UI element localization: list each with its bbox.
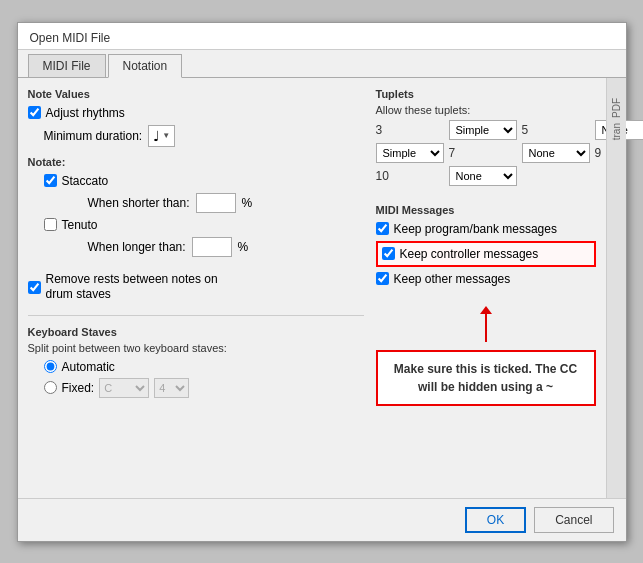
allow-tuplets-label: Allow these tuplets: [376, 104, 596, 116]
staccato-label: Staccato [62, 174, 109, 188]
min-duration-row: Minimum duration: ♩ ▼ [44, 122, 364, 150]
side-text-tran: tran [611, 123, 622, 140]
midi-messages-section: MIDI Messages Keep program/bank messages… [376, 204, 596, 288]
dialog-title: Open MIDI File [30, 31, 111, 45]
callout-box: Make sure this is ticked. The CC will be… [376, 350, 596, 406]
note-icon: ♩ [153, 128, 160, 144]
keep-program-row: Keep program/bank messages [376, 220, 596, 238]
tab-notation[interactable]: Notation [108, 54, 183, 78]
tuplets-title: Tuplets [376, 88, 596, 100]
remove-rests-label: Remove rests between notes on drum stave… [46, 272, 246, 303]
keep-other-label: Keep other messages [394, 272, 511, 286]
dropdown-arrow-icon: ▼ [162, 131, 170, 140]
when-shorter-row: When shorter than: 35 % [88, 190, 364, 216]
tabs-container: MIDI File Notation [18, 50, 626, 78]
tuplet-10-select[interactable]: NoneSimple [449, 166, 517, 186]
cancel-button[interactable]: Cancel [534, 507, 613, 533]
tuplet-10: 10 [376, 169, 444, 183]
keep-other-row: Keep other messages [376, 270, 596, 288]
keyboard-staves-title: Keyboard Staves [28, 326, 364, 338]
footer: OK Cancel [18, 498, 626, 541]
fixed-label: Fixed: [62, 381, 95, 395]
staccato-checkbox[interactable] [44, 174, 57, 187]
keep-controller-row: Keep controller messages [382, 245, 590, 263]
fixed-key-select[interactable]: C [99, 378, 149, 398]
tuplet-5: 5 [522, 123, 590, 137]
tuplet-3-select[interactable]: SimpleNone [449, 120, 517, 140]
automatic-row: Automatic [44, 358, 364, 376]
side-strip: PDF tran [606, 78, 626, 498]
fixed-num-select[interactable]: 4 [154, 378, 189, 398]
callout-arrow-line [485, 314, 487, 342]
dialog: Open MIDI File MIDI File Notation Note V… [17, 22, 627, 542]
note-values-title: Note Values [28, 88, 364, 100]
ok-button[interactable]: OK [465, 507, 526, 533]
fixed-row: Fixed: C 4 [44, 376, 364, 400]
keep-program-checkbox[interactable] [376, 222, 389, 235]
adjust-rhythms-row: Adjust rhythms [28, 104, 364, 122]
tab-midi-file[interactable]: MIDI File [28, 54, 106, 77]
tuplet-3: 3 [376, 123, 444, 137]
when-longer-label: When longer than: [88, 240, 186, 254]
tuplet-7: 7 [449, 146, 517, 160]
tenuto-checkbox[interactable] [44, 218, 57, 231]
when-longer-row: When longer than: 120 % [88, 234, 364, 260]
tuplet-6-select[interactable]: SimpleNone [376, 143, 444, 163]
callout-arrow-tip [480, 306, 492, 314]
staccato-row: Staccato [44, 172, 364, 190]
right-panel: Tuplets Allow these tuplets: 3 SimpleNon… [376, 88, 596, 488]
percent2: % [238, 240, 249, 254]
automatic-label: Automatic [62, 360, 115, 374]
midi-messages-title: MIDI Messages [376, 204, 596, 216]
duration-button[interactable]: ♩ ▼ [148, 125, 175, 147]
content-area: Note Values Adjust rhythms Minimum durat… [18, 78, 606, 498]
tuplets-section: Tuplets Allow these tuplets: 3 SimpleNon… [376, 88, 596, 186]
keep-controller-highlight: Keep controller messages [376, 241, 596, 267]
note-values-section: Note Values Adjust rhythms Minimum durat… [28, 88, 364, 150]
adjust-rhythms-checkbox[interactable] [28, 106, 41, 119]
split-label: Split point between two keyboard staves: [28, 342, 364, 354]
main-content: Note Values Adjust rhythms Minimum durat… [18, 78, 626, 498]
tenuto-label: Tenuto [62, 218, 98, 232]
side-text-pdf: PDF [611, 98, 622, 118]
callout-container: Make sure this is ticked. The CC will be… [376, 306, 596, 406]
title-bar: Open MIDI File [18, 23, 626, 50]
tenuto-row: Tenuto [44, 216, 364, 234]
remove-rests-row: Remove rests between notes on drum stave… [28, 270, 364, 305]
remove-rests-checkbox[interactable] [28, 281, 41, 294]
keep-other-checkbox[interactable] [376, 272, 389, 285]
when-shorter-input[interactable]: 35 [196, 193, 236, 213]
tuplet-7-select[interactable]: NoneSimple [522, 143, 590, 163]
percent1: % [242, 196, 253, 210]
callout-text: Make sure this is ticked. The CC will be… [394, 362, 577, 394]
adjust-rhythms-label: Adjust rhythms [46, 106, 125, 120]
keep-program-label: Keep program/bank messages [394, 222, 557, 236]
left-panel: Note Values Adjust rhythms Minimum durat… [28, 88, 364, 488]
tuplet-grid: 3 SimpleNone 5 NoneSimple 6 SimpleNone [376, 120, 596, 186]
when-longer-input[interactable]: 120 [192, 237, 232, 257]
keyboard-staves-section: Keyboard Staves Split point between two … [28, 326, 364, 400]
notate-title: Notate: [28, 156, 364, 168]
when-shorter-label: When shorter than: [88, 196, 190, 210]
automatic-radio[interactable] [44, 360, 57, 373]
keep-controller-checkbox[interactable] [382, 247, 395, 260]
keep-controller-label: Keep controller messages [400, 247, 539, 261]
min-duration-label: Minimum duration: [44, 129, 143, 143]
notate-section: Notate: Staccato When shorter than: 35 %… [28, 156, 364, 260]
fixed-radio[interactable] [44, 381, 57, 394]
